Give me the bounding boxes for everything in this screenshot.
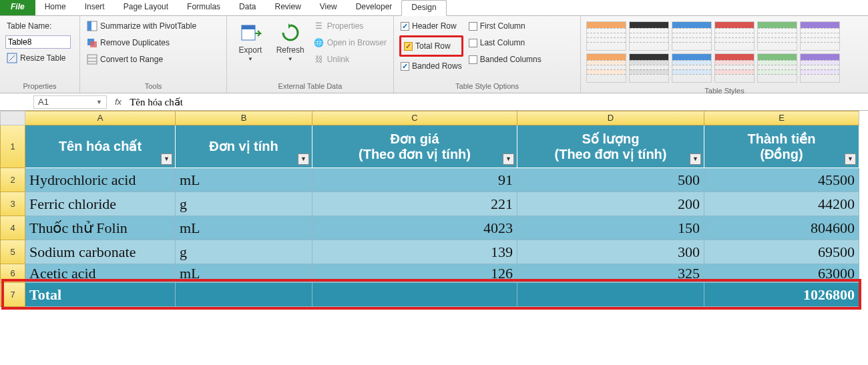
export-icon	[239, 21, 262, 44]
resize-table-icon	[7, 53, 17, 63]
tab-page-layout[interactable]: Page Layout	[114, 0, 178, 15]
table-name-label: Table Name:	[5, 19, 71, 33]
tab-home[interactable]: Home	[35, 0, 75, 15]
style-thumb[interactable]	[629, 53, 669, 83]
cell[interactable]: Total	[25, 283, 176, 307]
style-thumb[interactable]	[757, 53, 797, 83]
cell[interactable]: mL	[176, 168, 312, 192]
remove-duplicates-button[interactable]: Remove Duplicates	[85, 35, 198, 50]
properties-button[interactable]: ☰Properties	[312, 19, 388, 33]
cell[interactable]: Thuốc thử Folin	[25, 216, 176, 240]
cell[interactable]: 325	[517, 264, 704, 283]
row-header[interactable]: 3	[0, 192, 25, 216]
unlink-button[interactable]: ⛓Unlink	[312, 52, 388, 67]
first-column-checkbox[interactable]: First Column	[467, 19, 543, 33]
tab-view[interactable]: View	[310, 0, 347, 15]
total-row-checkbox[interactable]: Total Row	[403, 39, 457, 53]
cell[interactable]: 500	[517, 168, 704, 192]
filter-dropdown-icon[interactable]: ▼	[690, 153, 701, 165]
style-thumb[interactable]	[714, 21, 754, 51]
cell[interactable]: 300	[517, 240, 704, 264]
table-styles-gallery[interactable]	[586, 19, 853, 85]
cell[interactable]: 1026800	[704, 283, 859, 307]
cell[interactable]: 45500	[704, 168, 859, 192]
row-header[interactable]: 5	[0, 240, 25, 264]
select-all-corner[interactable]	[0, 111, 25, 125]
tab-review[interactable]: Review	[265, 0, 310, 15]
row-header[interactable]: 4	[0, 216, 25, 240]
cell[interactable]: mL	[176, 264, 312, 283]
style-thumb[interactable]	[672, 53, 712, 83]
name-box[interactable]: A1▼	[33, 95, 107, 109]
filter-dropdown-icon[interactable]: ▼	[503, 153, 514, 165]
resize-table-button[interactable]: Resize Table	[5, 51, 71, 65]
cell[interactable]: Sodium carbonate	[25, 240, 176, 264]
cell[interactable]: g	[176, 192, 312, 216]
filter-dropdown-icon[interactable]: ▼	[845, 153, 856, 165]
cell[interactable]: 221	[312, 192, 517, 216]
cell[interactable]: Số lượng(Theo đơn vị tính)▼	[517, 125, 704, 168]
style-thumb[interactable]	[586, 53, 626, 83]
col-header-D[interactable]: D	[517, 111, 704, 125]
style-thumb[interactable]	[586, 21, 626, 51]
row-header[interactable]: 6	[0, 264, 25, 283]
header-row-checkbox[interactable]: Header Row	[399, 19, 463, 33]
style-thumb[interactable]	[757, 21, 797, 51]
checkbox-icon	[469, 39, 477, 47]
table-name-input[interactable]	[5, 35, 71, 49]
formula-input[interactable]	[127, 95, 868, 109]
row-header[interactable]: 1	[0, 125, 25, 168]
tab-file[interactable]: File	[0, 0, 35, 15]
cell[interactable]: 4023	[312, 216, 517, 240]
cell[interactable]: 139	[312, 240, 517, 264]
tab-data[interactable]: Data	[230, 0, 265, 15]
tab-design[interactable]: Design	[401, 0, 446, 16]
col-header-B[interactable]: B	[176, 111, 312, 125]
cell[interactable]: mL	[176, 216, 312, 240]
cell[interactable]: Đơn giá(Theo đơn vị tính)▼	[312, 125, 517, 168]
cell[interactable]	[176, 283, 312, 307]
cell[interactable]: Thành tiền(Đồng)▼	[704, 125, 859, 168]
cell[interactable]: Đơn vị tính▼	[176, 125, 312, 168]
cell[interactable]: Hydrochloric acid	[25, 168, 176, 192]
cell[interactable]: g	[176, 240, 312, 264]
style-thumb[interactable]	[629, 21, 669, 51]
cell[interactable]: 63000	[704, 264, 859, 283]
convert-range-button[interactable]: Convert to Range	[85, 52, 198, 67]
refresh-button[interactable]: Refresh▼	[272, 19, 308, 62]
banded-rows-checkbox[interactable]: Banded Rows	[399, 59, 463, 73]
open-browser-button[interactable]: 🌐Open in Browser	[312, 35, 388, 50]
cell[interactable]: 69500	[704, 240, 859, 264]
col-header-A[interactable]: A	[25, 111, 176, 125]
col-header-C[interactable]: C	[312, 111, 517, 125]
fx-icon[interactable]: fx	[115, 97, 122, 107]
tab-insert[interactable]: Insert	[75, 0, 114, 15]
style-thumb[interactable]	[800, 53, 840, 83]
banded-columns-checkbox[interactable]: Banded Columns	[467, 52, 543, 67]
filter-dropdown-icon[interactable]: ▼	[161, 153, 172, 165]
refresh-icon	[279, 21, 302, 44]
cell[interactable]: Tên hóa chất▼	[25, 125, 176, 168]
col-header-E[interactable]: E	[704, 111, 859, 125]
style-thumb[interactable]	[672, 21, 712, 51]
row-header[interactable]: 2	[0, 168, 25, 192]
cell[interactable]: Ferric chloride	[25, 192, 176, 216]
last-column-checkbox[interactable]: Last Column	[467, 35, 543, 50]
cell[interactable]: 44200	[704, 192, 859, 216]
cell[interactable]	[517, 283, 704, 307]
cell[interactable]	[312, 283, 517, 307]
style-thumb[interactable]	[714, 53, 754, 83]
cell[interactable]: 150	[517, 216, 704, 240]
cell[interactable]: 200	[517, 192, 704, 216]
tab-formulas[interactable]: Formulas	[178, 0, 230, 15]
export-button[interactable]: Export▼	[232, 19, 268, 62]
cell[interactable]: 804600	[704, 216, 859, 240]
tab-developer[interactable]: Developer	[347, 0, 402, 15]
filter-dropdown-icon[interactable]: ▼	[298, 153, 309, 165]
cell[interactable]: 126	[312, 264, 517, 283]
summarize-pivot-button[interactable]: Summarize with PivotTable	[85, 19, 198, 33]
style-thumb[interactable]	[800, 21, 840, 51]
cell[interactable]: 91	[312, 168, 517, 192]
row-header[interactable]: 7	[0, 283, 25, 307]
cell[interactable]: Acetic acid	[25, 264, 176, 283]
